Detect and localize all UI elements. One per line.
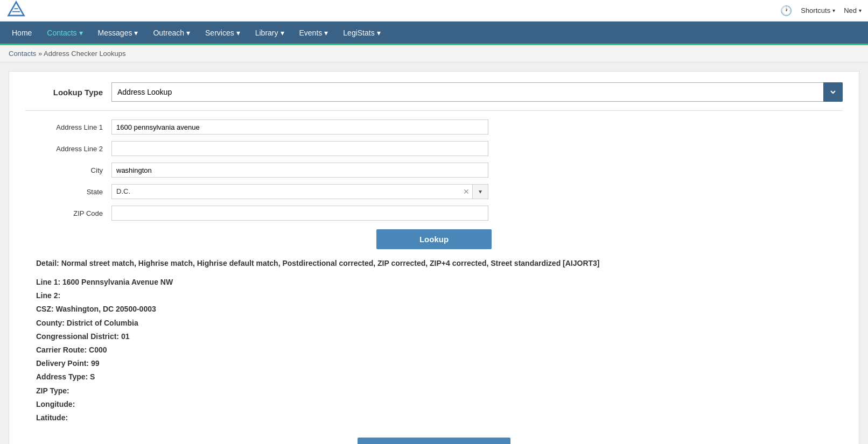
nav-contacts-label: Contacts: [47, 29, 76, 37]
address-line1-input[interactable]: [111, 119, 488, 135]
city-row: City: [25, 163, 843, 178]
nav-events-label: Events: [299, 29, 323, 37]
nav-library-label: Library: [255, 29, 278, 37]
address-line2-label: Address Line 2: [25, 145, 111, 153]
result-congressional: Congressional District: 01: [36, 330, 843, 343]
nav-home[interactable]: Home: [4, 21, 39, 45]
history-icon[interactable]: 🕐: [780, 5, 792, 17]
top-bar: 🕐 Shortcuts ▾ Ned ▾: [0, 0, 868, 22]
nav-outreach-caret: ▾: [186, 29, 190, 37]
form-divider: [25, 110, 843, 111]
nav-messages-caret: ▾: [134, 29, 138, 37]
user-label: Ned: [844, 6, 857, 15]
state-select-value: D.C.: [112, 184, 460, 199]
result-county: County: District of Columbia: [36, 316, 843, 330]
shortcuts-caret: ▾: [832, 8, 835, 13]
nav-legistats[interactable]: LegiStats ▾: [335, 21, 388, 45]
state-label: State: [25, 188, 111, 196]
nav-events-caret: ▾: [324, 29, 328, 37]
nav-services-caret: ▾: [236, 29, 240, 37]
nav-library-caret: ▾: [281, 29, 284, 37]
city-input[interactable]: [111, 163, 488, 178]
nav-messages-label: Messages: [98, 29, 132, 37]
nav-legistats-label: LegiStats: [343, 29, 374, 37]
result-detail: Detail: Normal street match, Highrise ma…: [36, 258, 843, 269]
result-zip-type: ZIP Type:: [36, 384, 843, 398]
nav-outreach-label: Outreach: [153, 29, 184, 37]
zip-row: ZIP Code: [25, 206, 843, 221]
city-label: City: [25, 166, 111, 174]
nav-bar: Home Contacts ▾ Messages ▾ Outreach ▾ Se…: [0, 22, 868, 45]
user-caret: ▾: [859, 8, 862, 13]
state-select-wrapper: D.C. ✕ ▾: [111, 184, 488, 199]
breadcrumb: Contacts » Address Checker Lookups: [0, 45, 868, 62]
zip-input[interactable]: [111, 206, 488, 221]
nav-messages[interactable]: Messages ▾: [90, 21, 146, 45]
address-line1-row: Address Line 1: [25, 119, 843, 135]
result-line1: Line 1: 1600 Pennsylvania Avenue NW: [36, 276, 843, 289]
shortcuts-label: Shortcuts: [801, 6, 830, 15]
top-right-controls: 🕐 Shortcuts ▾ Ned ▾: [780, 5, 862, 17]
lookup-type-label: Lookup Type: [25, 88, 111, 97]
state-clear-button[interactable]: ✕: [460, 185, 473, 199]
state-row: State D.C. ✕ ▾: [25, 184, 843, 199]
find-add-contact-button[interactable]: Find/Add Contact: [358, 438, 511, 444]
find-contact-btn-row: Find/Add Contact: [25, 438, 843, 444]
logo: [6, 0, 26, 21]
nav-outreach[interactable]: Outreach ▾: [145, 21, 198, 45]
lookup-type-select[interactable]: Address Lookup: [111, 82, 843, 102]
address-line2-row: Address Line 2: [25, 141, 843, 156]
zip-label: ZIP Code: [25, 209, 111, 217]
nav-legistats-caret: ▾: [377, 29, 381, 37]
nav-library[interactable]: Library ▾: [248, 21, 292, 45]
address-line1-label: Address Line 1: [25, 123, 111, 131]
user-button[interactable]: Ned ▾: [844, 6, 862, 15]
nav-events[interactable]: Events ▾: [292, 21, 336, 45]
breadcrumb-separator: »: [36, 50, 44, 58]
nav-contacts[interactable]: Contacts ▾: [39, 21, 90, 45]
result-line2: Line 2:: [36, 289, 843, 302]
breadcrumb-parent-link[interactable]: Contacts: [9, 50, 36, 58]
nav-services-label: Services: [205, 29, 234, 37]
lookup-type-select-wrapper: Address Lookup: [111, 82, 843, 102]
nav-services[interactable]: Services ▾: [198, 21, 248, 45]
result-carrier: Carrier Route: C000: [36, 343, 843, 357]
lookup-type-row: Lookup Type Address Lookup: [25, 82, 843, 102]
nav-contacts-caret: ▾: [79, 29, 83, 37]
result-latitude: Latitude:: [36, 411, 843, 425]
result-section: Detail: Normal street match, Highrise ma…: [25, 258, 843, 425]
result-longitude: Longitude:: [36, 398, 843, 411]
main-content: Lookup Type Address Lookup Address Line …: [9, 71, 859, 444]
nav-home-label: Home: [12, 29, 32, 37]
shortcuts-button[interactable]: Shortcuts ▾: [801, 6, 835, 15]
lookup-btn-row: Lookup: [25, 229, 843, 249]
result-address-type: Address Type: S: [36, 370, 843, 384]
address-line2-input[interactable]: [111, 141, 488, 156]
breadcrumb-current: Address Checker Lookups: [44, 50, 125, 58]
result-delivery: Delivery Point: 99: [36, 357, 843, 370]
lookup-button[interactable]: Lookup: [376, 229, 492, 249]
state-dropdown-button[interactable]: ▾: [473, 185, 488, 199]
result-csz: CSZ: Washington, DC 20500-0003: [36, 302, 843, 316]
